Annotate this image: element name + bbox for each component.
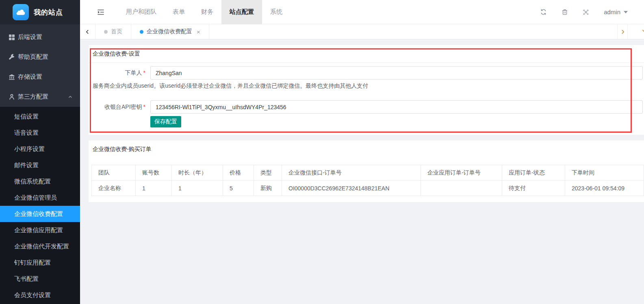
cell-type: 新购 bbox=[254, 181, 282, 196]
sidebar-subitem-miniprogram-settings[interactable]: 小程序设置 bbox=[0, 141, 80, 157]
cell-duration-years: 1 bbox=[172, 181, 223, 196]
required-asterisk: * bbox=[143, 69, 145, 76]
sidebar-item-label: 第三方配置 bbox=[18, 93, 48, 101]
sidebar-subitem-member-payment-settings[interactable]: 会员支付设置 bbox=[0, 287, 80, 303]
grid-icon bbox=[8, 34, 15, 41]
menu-fold-icon[interactable] bbox=[97, 8, 105, 16]
nav-item-site-config[interactable]: 站点配置 bbox=[221, 0, 262, 24]
nav-item-system[interactable]: 系统 bbox=[262, 0, 291, 24]
cell-price: 5 bbox=[223, 181, 254, 196]
refresh-icon[interactable] bbox=[540, 9, 547, 15]
caret-down-icon bbox=[624, 11, 628, 15]
orders-table-row: 企业名称 1 1 5 新购 OI00000D3CC26962E7324148B2… bbox=[92, 181, 644, 196]
tab-filler bbox=[209, 24, 617, 39]
sidebar-item-help-page-config[interactable]: 帮助页配置 bbox=[0, 47, 80, 67]
sidebar-item-backend-settings[interactable]: 后端设置 bbox=[0, 27, 80, 47]
form-row-orderer: 下单人* bbox=[89, 66, 643, 80]
orders-card-title: 企业微信收费-购买订单 bbox=[93, 146, 644, 153]
sidebar-subitem-wechat-system-config[interactable]: 微信系统配置 bbox=[0, 173, 80, 190]
chevron-up-icon bbox=[68, 95, 73, 99]
tab-overflow-icon[interactable] bbox=[628, 24, 644, 39]
cloud-logo-icon bbox=[13, 4, 29, 20]
sidebar-subitem-dingtalk-app-config[interactable]: 钉钉应用配置 bbox=[0, 254, 80, 271]
sidebar-subitem-wecom-admin[interactable]: 企业微信管理员 bbox=[0, 190, 80, 206]
cell-account-count: 1 bbox=[136, 181, 172, 196]
orderer-help-text: 服务商企业内成员userid。该userid必须登录过企业微信，并且企业微信已绑… bbox=[89, 82, 644, 90]
cell-order-time: 2023-06-01 09:54:09 bbox=[565, 181, 644, 196]
tab-dot bbox=[140, 30, 143, 34]
trash-icon[interactable] bbox=[562, 9, 568, 15]
api-key-label: 收银台API密钥* bbox=[89, 103, 150, 111]
sidebar-subitem-wecom-app-config[interactable]: 企业微信应用配置 bbox=[0, 222, 80, 238]
app-title: 我的站点 bbox=[34, 8, 63, 17]
sidebar-item-label: 帮助页配置 bbox=[18, 53, 48, 61]
wecom-billing-settings-card: 企业微信收费-设置 下单人* 服务商企业内成员userid。该userid必须登… bbox=[89, 45, 644, 135]
tab-label: 企业微信收费配置 bbox=[147, 28, 192, 35]
api-key-input[interactable] bbox=[150, 100, 643, 114]
sidebar-item-third-party-config[interactable]: 第三方配置 bbox=[0, 87, 80, 107]
nav-item-forms[interactable]: 表单 bbox=[165, 0, 193, 24]
nav-item-users-teams[interactable]: 用户和团队 bbox=[118, 0, 165, 24]
logo: 我的站点 bbox=[0, 0, 80, 24]
cell-app-order-status: 待支付 bbox=[502, 181, 565, 196]
settings-form: 下单人* 服务商企业内成员userid。该userid必须登录过企业微信，并且企… bbox=[89, 63, 644, 135]
orderer-label: 下单人* bbox=[89, 69, 150, 77]
nav-actions: admin bbox=[540, 9, 628, 15]
bank-icon bbox=[8, 73, 15, 80]
tab-home[interactable]: 首页 bbox=[95, 24, 131, 39]
orderer-input[interactable] bbox=[150, 66, 643, 80]
sidebar-subitem-wecom-billing-config[interactable]: 企业微信收费配置 bbox=[0, 206, 80, 222]
tabs-scroll-right-icon[interactable] bbox=[617, 24, 628, 39]
col-type: 类型 bbox=[254, 165, 282, 181]
top-nav: 用户和团队 表单 财务 站点配置 系统 admin bbox=[80, 0, 644, 24]
col-account-count: 账号数 bbox=[136, 165, 172, 181]
col-duration-years: 时长（年） bbox=[172, 165, 223, 181]
wrench-icon bbox=[8, 54, 15, 60]
sidebar-subitem-mail-settings[interactable]: 邮件设置 bbox=[0, 157, 80, 173]
sidebar-subitem-feishu-config[interactable]: 飞书配置 bbox=[0, 271, 80, 287]
nav-item-finance[interactable]: 财务 bbox=[193, 0, 221, 24]
tab-close-icon[interactable]: × bbox=[197, 28, 200, 35]
col-order-time: 下单时间 bbox=[565, 165, 644, 181]
user-icon bbox=[8, 93, 15, 100]
cell-app-order-no bbox=[421, 181, 502, 196]
sidebar-subitem-wecom-dev-proxy-config[interactable]: 企业微信代开发配置 bbox=[0, 238, 80, 254]
tab-dot bbox=[104, 30, 108, 34]
main-content: 企业微信收费-设置 下单人* 服务商企业内成员userid。该userid必须登… bbox=[80, 39, 644, 304]
cell-wecom-api-order-no: OI00000D3CC26962E7324148B21EAN bbox=[282, 181, 421, 196]
wecom-billing-orders-card: 企业微信收费-购买订单 团队 账号数 时长（年） 价格 类型 企业微信接口-订单… bbox=[89, 140, 644, 202]
sidebar-submenu: 短信设置 语音设置 小程序设置 邮件设置 微信系统配置 企业微信管理员 企业微信… bbox=[0, 107, 80, 304]
expand-icon[interactable] bbox=[583, 9, 589, 15]
tab-bar: 首页 企业微信收费配置 × bbox=[80, 24, 644, 39]
cell-team: 企业名称 bbox=[92, 181, 136, 196]
settings-card-title: 企业微信收费-设置 bbox=[89, 45, 644, 63]
col-app-order-status: 应用订单-状态 bbox=[502, 165, 565, 181]
required-asterisk: * bbox=[143, 103, 145, 110]
tab-label: 首页 bbox=[111, 28, 122, 35]
form-row-api-key: 收银台API密钥* bbox=[89, 100, 643, 114]
tab-wecom-billing-config[interactable]: 企业微信收费配置 × bbox=[131, 24, 209, 39]
form-actions: 保存配置 bbox=[89, 116, 644, 127]
sidebar-item-storage-settings[interactable]: 存储设置 bbox=[0, 67, 80, 87]
col-wecom-api-order-no: 企业微信接口-订单号 bbox=[282, 165, 421, 181]
sidebar-subitem-sms-settings[interactable]: 短信设置 bbox=[0, 108, 80, 125]
tabs-scroll-left-icon[interactable] bbox=[80, 24, 95, 39]
col-team: 团队 bbox=[92, 165, 136, 181]
username: admin bbox=[604, 9, 620, 15]
save-config-button[interactable]: 保存配置 bbox=[150, 116, 181, 127]
sidebar: 我的站点 后端设置 帮助页配置 存储设置 bbox=[0, 0, 80, 304]
col-price: 价格 bbox=[223, 165, 254, 181]
user-menu[interactable]: admin bbox=[604, 9, 628, 15]
col-app-order-no: 企业应用订单-订单号 bbox=[421, 165, 502, 181]
sidebar-subitem-voice-settings[interactable]: 语音设置 bbox=[0, 125, 80, 141]
app-root: 我的站点 后端设置 帮助页配置 存储设置 bbox=[0, 0, 644, 304]
orders-table-header-row: 团队 账号数 时长（年） 价格 类型 企业微信接口-订单号 企业应用订单-订单号… bbox=[92, 165, 644, 181]
orders-table: 团队 账号数 时长（年） 价格 类型 企业微信接口-订单号 企业应用订单-订单号… bbox=[91, 165, 644, 196]
sidebar-item-label: 存储设置 bbox=[18, 73, 42, 81]
sidebar-menu: 后端设置 帮助页配置 存储设置 第三方配置 bbox=[0, 24, 80, 107]
sidebar-item-label: 后端设置 bbox=[18, 33, 42, 41]
